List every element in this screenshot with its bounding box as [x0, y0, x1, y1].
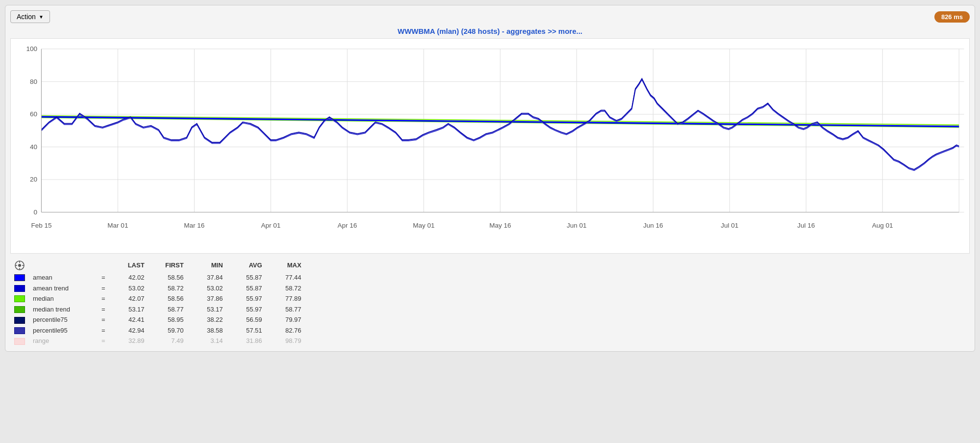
metric-label: amean trend — [29, 283, 98, 293]
metric-max: 58.72 — [266, 283, 305, 293]
chart-title[interactable]: WWWBMA (mlan) (248 hosts) - aggregates >… — [10, 27, 970, 35]
table-row: amean trend = 53.02 58.72 53.02 55.87 58… — [10, 283, 305, 293]
table-row: percentile75 = 42.41 58.95 38.22 56.59 7… — [10, 314, 305, 325]
metric-max: 82.76 — [266, 325, 305, 336]
col-avg: AVG — [227, 259, 266, 272]
svg-text:May 16: May 16 — [489, 222, 511, 229]
table-row: median trend = 53.17 58.77 53.17 55.97 5… — [10, 304, 305, 314]
svg-text:Mar 16: Mar 16 — [184, 222, 204, 229]
metric-max: 58.77 — [266, 304, 305, 314]
svg-point-44 — [18, 264, 21, 267]
metric-last: 42.94 — [109, 325, 149, 336]
chart-area: 100 80 60 40 20 0 Feb 15 Mar 01 Mar 16 — [10, 38, 970, 254]
table-row: amean = 42.02 58.56 37.84 55.87 77.44 — [10, 272, 305, 283]
color-swatch — [10, 283, 29, 293]
metric-min: 38.22 — [188, 314, 227, 325]
svg-text:60: 60 — [30, 110, 37, 118]
svg-text:May 01: May 01 — [413, 222, 434, 229]
svg-text:Feb 15: Feb 15 — [31, 222, 51, 229]
svg-text:80: 80 — [30, 78, 37, 85]
metric-avg: 31.86 — [227, 336, 266, 346]
metric-first: 58.72 — [149, 283, 188, 293]
metric-label: median — [29, 293, 98, 304]
svg-text:Jul 01: Jul 01 — [721, 222, 738, 229]
metric-last: 42.02 — [109, 272, 149, 283]
metric-last: 53.02 — [109, 283, 149, 293]
metric-min: 37.84 — [188, 272, 227, 283]
legend-icon — [14, 260, 25, 271]
chevron-down-icon: ▼ — [39, 14, 44, 20]
legend-color-box — [14, 327, 25, 334]
svg-text:Mar 01: Mar 01 — [107, 222, 128, 229]
timing-badge: 826 ms — [934, 11, 970, 23]
metric-avg: 55.97 — [227, 293, 266, 304]
color-swatch — [10, 272, 29, 283]
col-first: FIRST — [149, 259, 188, 272]
color-swatch — [10, 304, 29, 314]
svg-text:Jun 16: Jun 16 — [643, 222, 663, 229]
metric-max: 77.89 — [266, 293, 305, 304]
svg-text:40: 40 — [30, 143, 37, 151]
col-last: LAST — [109, 259, 149, 272]
equals-sign: = — [98, 283, 109, 293]
svg-text:Jul 16: Jul 16 — [797, 222, 815, 229]
legend-color-box — [14, 317, 25, 324]
metric-label: amean — [29, 272, 98, 283]
color-swatch — [10, 314, 29, 325]
table-row: percentile95 = 42.94 59.70 38.58 57.51 8… — [10, 325, 305, 336]
metric-avg: 55.87 — [227, 283, 266, 293]
equals-sign: = — [98, 314, 109, 325]
metric-first: 59.70 — [149, 325, 188, 336]
color-swatch — [10, 293, 29, 304]
svg-text:Jun 01: Jun 01 — [567, 222, 587, 229]
legend-color-box — [14, 274, 25, 281]
metric-avg: 55.97 — [227, 304, 266, 314]
legend-color-box — [14, 338, 25, 345]
col-min: MIN — [188, 259, 227, 272]
legend-color-box — [14, 306, 25, 313]
svg-text:0: 0 — [34, 208, 38, 216]
equals-sign: = — [98, 325, 109, 336]
metric-first: 58.56 — [149, 272, 188, 283]
metric-min: 53.02 — [188, 283, 227, 293]
metric-min: 38.58 — [188, 325, 227, 336]
legend-color-box — [14, 285, 25, 292]
data-table: LAST FIRST MIN AVG MAX amean = 42.02 58.… — [10, 259, 305, 346]
action-label: Action — [17, 13, 36, 21]
metric-first: 58.77 — [149, 304, 188, 314]
legend-color-box — [14, 295, 25, 302]
metric-label: range — [29, 336, 98, 346]
metric-min: 53.17 — [188, 304, 227, 314]
metric-max: 98.79 — [266, 336, 305, 346]
table-row: range = 32.89 7.49 3.14 31.86 98.79 — [10, 336, 305, 346]
equals-sign: = — [98, 304, 109, 314]
header-bar: Action ▼ 826 ms — [10, 10, 970, 23]
chart-svg: 100 80 60 40 20 0 Feb 15 Mar 01 Mar 16 — [11, 39, 969, 253]
equals-sign: = — [98, 336, 109, 346]
legend-table: LAST FIRST MIN AVG MAX amean = 42.02 58.… — [10, 259, 970, 346]
metric-first: 58.95 — [149, 314, 188, 325]
metric-first: 58.56 — [149, 293, 188, 304]
metric-avg: 56.59 — [227, 314, 266, 325]
metric-last: 53.17 — [109, 304, 149, 314]
metric-max: 77.44 — [266, 272, 305, 283]
metric-min: 3.14 — [188, 336, 227, 346]
action-button[interactable]: Action ▼ — [10, 10, 50, 23]
metric-avg: 55.87 — [227, 272, 266, 283]
main-container: Action ▼ 826 ms WWWBMA (mlan) (248 hosts… — [5, 5, 975, 352]
metric-first: 7.49 — [149, 336, 188, 346]
equals-sign: = — [98, 293, 109, 304]
metric-label: percentile75 — [29, 314, 98, 325]
color-swatch — [10, 336, 29, 346]
metric-avg: 57.51 — [227, 325, 266, 336]
metric-label: percentile95 — [29, 325, 98, 336]
svg-text:100: 100 — [26, 45, 38, 52]
equals-sign: = — [98, 272, 109, 283]
color-swatch — [10, 325, 29, 336]
metric-last: 42.41 — [109, 314, 149, 325]
metric-min: 37.86 — [188, 293, 227, 304]
svg-text:20: 20 — [30, 176, 37, 183]
metric-max: 79.97 — [266, 314, 305, 325]
metric-label: median trend — [29, 304, 98, 314]
svg-rect-0 — [11, 39, 969, 253]
